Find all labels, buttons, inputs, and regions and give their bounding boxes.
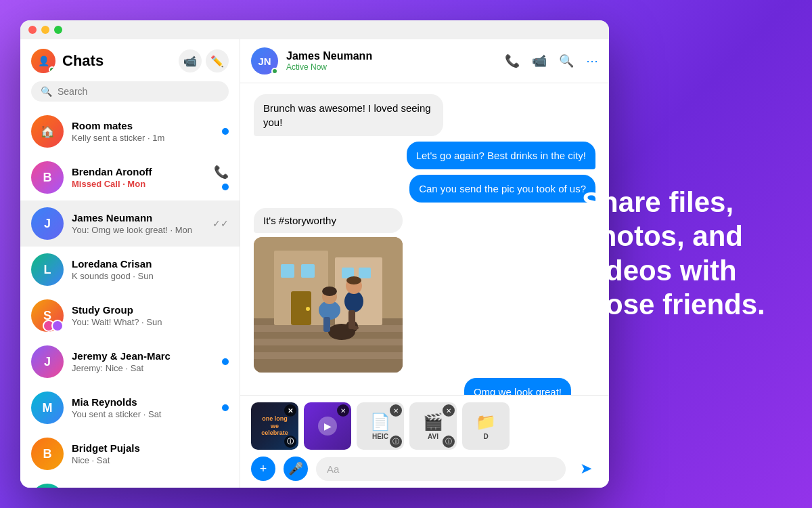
sidebar-title-group: 👤 Chats: [31, 49, 104, 73]
mic-icon: 🎤: [288, 461, 303, 476]
search-icon: 🔍: [41, 86, 52, 97]
file-icon-heic: 📄: [370, 412, 390, 431]
main-chat: JN James Neumann Active Now 📞 📹 🔍 ⋯ Brun…: [240, 39, 609, 488]
attachment-info-4[interactable]: ⓘ: [443, 436, 455, 448]
unread-dot-brendan: [222, 184, 229, 190]
chat-item-loredana[interactable]: L Loredana Crisan K sounds good · Sun: [20, 247, 240, 293]
message-row-1: Brunch was awesome! I loved seeing you!: [254, 94, 595, 136]
chat-info-study-group: Study Group You: Wait! What? · Sun: [72, 304, 221, 327]
bubble-storyworthy: It's #storyworthy: [254, 208, 403, 233]
chat-item-room-mates[interactable]: 🏠 Room mates Kelly sent a sticker · 1m: [20, 108, 240, 154]
chat-item-bridget[interactable]: B Bridget Pujals Nice · Sat: [20, 431, 240, 477]
file-label-d: D: [483, 433, 488, 440]
send-icon: ➤: [580, 460, 592, 478]
incoming-group: It's #storyworthy: [254, 208, 403, 373]
input-row: + 🎤 Aa ➤: [251, 457, 598, 481]
message-row-4: It's #storyworthy: [254, 208, 595, 373]
attachment-delete-4[interactable]: ✕: [443, 404, 455, 417]
chat-info-jeremy: Jeremy & Jean-Marc Jeremy: Nice · Sat: [72, 350, 214, 373]
chat-name-mia: Mia Reynolds: [72, 396, 214, 408]
chat-avatar-loredana: L: [31, 253, 64, 286]
chat-avatar-brendan: B: [31, 161, 64, 194]
plus-icon: +: [260, 462, 267, 476]
minimize-window-button[interactable]: [41, 26, 49, 34]
file-label-avi: AVI: [428, 433, 438, 440]
more-options-button[interactable]: ⋯: [586, 54, 598, 68]
svg-point-8: [306, 307, 310, 311]
attachment-d: 📁 D: [462, 402, 510, 450]
svg-rect-21: [323, 317, 330, 332]
video-call-button[interactable]: 📹: [532, 54, 547, 68]
search-chat-button[interactable]: 🔍: [559, 54, 574, 68]
chat-info-loredana: Loredana Crisan K sounds good · Sun: [72, 258, 221, 281]
chat-avatar-bridget: B: [31, 438, 64, 470]
chat-meta-jeremy: [222, 358, 229, 365]
file-label-heic: HEIC: [372, 433, 388, 440]
search-input-wrap[interactable]: 🔍: [31, 81, 229, 102]
chat-item-brendan[interactable]: B Brendan Aronoff Missed Call · Mon 📞: [20, 154, 240, 200]
svg-rect-12: [359, 268, 371, 278]
promo-text: Share files, photos, and videos with clo…: [582, 186, 771, 322]
file-icon-d: 📁: [476, 412, 496, 431]
compose-button[interactable]: ✏️: [206, 49, 229, 72]
chat-info-bridget: Bridget Pujals Nice · Sat: [72, 442, 221, 465]
chat-avatar-james: J: [31, 207, 64, 240]
chat-preview-room-mates: Kelly sent a sticker · 1m: [72, 133, 214, 143]
play-button[interactable]: ▶: [318, 417, 337, 436]
message-row-6: Omg we look great! ✓✓: [254, 378, 595, 395]
chat-meta-mia: [222, 404, 229, 411]
chat-avatar-jeremy: J: [31, 345, 64, 378]
close-window-button[interactable]: [28, 26, 37, 34]
chat-header: JN James Neumann Active Now 📞 📹 🔍 ⋯: [240, 39, 609, 83]
compose-icon: ✏️: [210, 55, 224, 68]
maximize-window-button[interactable]: [54, 26, 62, 34]
chat-info-james: James Neumann You: Omg we look great! · …: [72, 212, 204, 235]
attachments-row: one longwe celebrate ✕ ⓘ ▶ ✕ 📄 HEIC ✕ ⓘ …: [251, 402, 598, 450]
chat-item-james[interactable]: J James Neumann You: Omg we look great! …: [20, 200, 240, 247]
chat-name-study-group: Study Group: [72, 304, 221, 316]
svg-rect-3: [254, 339, 403, 345]
chat-info-brendan: Brendan Aronoff Missed Call · Mon: [72, 166, 206, 189]
active-chat-status: Active Now: [286, 62, 497, 72]
chat-item-karan[interactable]: K Karan & Brian Karan: Wanna get food? ·…: [20, 477, 240, 488]
svg-rect-20: [348, 310, 355, 329]
video-new-button[interactable]: 📹: [179, 49, 202, 72]
attachment-delete-3[interactable]: ✕: [390, 404, 402, 417]
chat-item-study-group[interactable]: S Study Group You: Wait! What? · Sun: [20, 293, 240, 339]
video-icon: 📹: [183, 55, 197, 68]
chat-name-jeremy: Jeremy & Jean-Marc: [72, 350, 214, 362]
message-input[interactable]: Aa: [316, 457, 566, 481]
missed-call-icon: 📞: [214, 165, 229, 179]
messages-area: Brunch was awesome! I loved seeing you! …: [240, 83, 609, 395]
attachment-info-1[interactable]: ⓘ: [284, 436, 296, 448]
bubble-3: Can you send the pic you took of us?: [409, 175, 595, 203]
add-attachment-button[interactable]: +: [251, 457, 275, 481]
attachment-heic: 📄 HEIC ✕ ⓘ: [357, 402, 404, 450]
chat-preview-study-group: You: Wait! What? · Sun: [72, 317, 221, 327]
mic-button[interactable]: 🎤: [284, 457, 308, 481]
bubble-1: Brunch was awesome! I loved seeing you!: [254, 94, 443, 136]
chat-item-jeremy[interactable]: J Jeremy & Jean-Marc Jeremy: Nice · Sat: [20, 339, 240, 385]
app-window: 👤 Chats 📹 ✏️ 🔍 �: [20, 20, 609, 488]
search-input[interactable]: [58, 86, 219, 97]
voice-call-button[interactable]: 📞: [505, 54, 520, 68]
chat-item-mia[interactable]: M Mia Reynolds You sent a sticker · Sat: [20, 385, 240, 431]
attachment-delete-2[interactable]: ✕: [337, 404, 349, 417]
user-avatar: 👤: [31, 49, 55, 73]
unread-dot-mia: [222, 404, 229, 411]
send-button[interactable]: ➤: [574, 457, 598, 481]
chat-meta-room-mates: [222, 128, 229, 135]
bubble-6: Omg we look great!: [464, 378, 571, 395]
attachment-info-3[interactable]: ⓘ: [390, 436, 402, 448]
message-row-2: Let's go again? Best drinks in the city!: [254, 142, 595, 169]
bubble-2: Let's go again? Best drinks in the city!: [407, 142, 595, 169]
sidebar-title: Chats: [62, 52, 104, 70]
title-bar: [20, 20, 609, 39]
chat-avatar-karan: K: [31, 484, 64, 488]
chat-avatar-study-group: S: [31, 299, 64, 332]
chat-info-room-mates: Room mates Kelly sent a sticker · 1m: [72, 120, 214, 143]
attachment-delete-1[interactable]: ✕: [284, 404, 296, 417]
file-icon-avi: 🎬: [423, 412, 443, 431]
message-input-placeholder: Aa: [327, 463, 339, 475]
svg-point-23: [346, 276, 361, 284]
